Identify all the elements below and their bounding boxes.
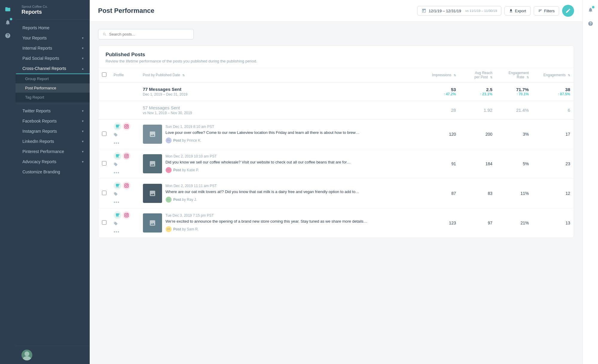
post3-author: RJ Post by Ray J.	[166, 197, 418, 203]
post2-tag-btn[interactable]	[114, 162, 136, 168]
post3-date: Mon Dec 2, 2019 11:11 am PST	[166, 184, 418, 188]
export-label: Export	[515, 9, 526, 13]
search-input[interactable]	[109, 32, 189, 36]
sidebar: Sprout Coffee Co. Reports Reports Home Y…	[16, 0, 90, 364]
sidebar-item-pinterest[interactable]: Pinterest Performance ▾	[16, 146, 90, 157]
post1-check	[98, 120, 110, 149]
post2-checkbox[interactable]	[102, 161, 106, 166]
pinterest-label: Pinterest Performance	[22, 149, 64, 154]
post4-more-btn[interactable]: •••	[114, 229, 136, 235]
header-actions: 12/1/19 – 12/31/19 vs 11/1/19 – 11/30/19…	[417, 5, 574, 17]
sidebar-item-twitter-reports[interactable]: Twitter Reports ▾	[16, 106, 90, 116]
select-all-checkbox[interactable]	[102, 72, 106, 77]
impressions-sort-icon: ⇅	[454, 74, 456, 77]
rail-icon-help[interactable]	[2, 30, 13, 41]
post2-impressions: 91	[422, 149, 460, 179]
sidebar-item-facebook-reports[interactable]: Facebook Reports ▾	[16, 116, 90, 126]
compose-button[interactable]	[562, 5, 574, 17]
th-post[interactable]: Post by Published Date ⇅	[139, 68, 422, 82]
sidebar-item-cross-channel[interactable]: Cross-Channel Reports ▴	[16, 63, 90, 74]
summary2-label-col: 57 Messages Sent vs Nov 1, 2019 – Nov 30…	[139, 101, 422, 120]
linkedin-chevron: ▾	[82, 140, 84, 143]
post4-impressions: 123	[422, 208, 460, 238]
sidebar-sub-item-tag-report[interactable]: Tag Report	[16, 93, 90, 102]
table-row: ••• Mon Dec 2, 2019 11:11 am PST Where a…	[98, 179, 574, 208]
post1-checkbox[interactable]	[102, 131, 106, 136]
post1-author: PK Post by Prince K.	[166, 137, 418, 143]
post4-checkbox[interactable]	[102, 220, 106, 225]
post3-thumbnail	[143, 184, 162, 203]
summary-current-engagement-rate: 71.7% ↑70.1%	[496, 82, 533, 101]
sidebar-item-linkedin-reports[interactable]: LinkedIn Reports ▾	[16, 136, 90, 146]
th-avg-reach[interactable]: Avg Reachper Post ⇅	[460, 68, 496, 82]
post1-tag-btn[interactable]	[114, 133, 136, 138]
search-icon	[103, 32, 107, 36]
post2-body: Did you know we sell our coffee wholesal…	[166, 160, 418, 165]
post1-content: Sun Dec 1, 2019 8:10 am PST Love pour ov…	[139, 120, 422, 149]
summary-prev-avg-reach: 1.92	[460, 101, 496, 120]
summary-current-impressions: 53 ↑47.2%	[422, 82, 460, 101]
sidebar-sub-item-post-performance[interactable]: Post Performance	[16, 83, 90, 93]
th-engagement-rate[interactable]: EngagementRate ⇅	[496, 68, 533, 82]
advocacy-label: Advocacy Reports	[22, 159, 57, 164]
engagements-sort-icon: ⇅	[568, 74, 570, 77]
filters-button[interactable]: Filters	[534, 6, 559, 16]
posts-table: Profile Post by Published Date ⇅ Impress…	[98, 68, 574, 238]
post4-tag-btn[interactable]	[114, 221, 136, 227]
post3-content: Mon Dec 2, 2019 11:11 am PST Where are o…	[139, 179, 422, 208]
search-bar-wrapper	[98, 29, 574, 39]
sidebar-item-your-reports[interactable]: Your Reports ▾	[16, 33, 90, 43]
published-posts-card: Published Posts Review the lifetime perf…	[98, 45, 574, 238]
avatar-row	[22, 350, 84, 360]
user-avatar[interactable]	[22, 350, 32, 360]
summary-prev-period: vs Nov 1, 2019 – Nov 30, 2019	[143, 111, 418, 115]
post3-tag-btn[interactable]	[114, 192, 136, 197]
th-profile[interactable]: Profile	[110, 68, 139, 82]
paid-social-label: Paid Social Reports	[22, 56, 59, 61]
post4-coffee-icon	[114, 211, 121, 219]
summary-prev-label: 57 Messages Sent	[143, 105, 418, 110]
post2-engagement-rate: 5%	[496, 149, 533, 179]
sidebar-item-advocacy[interactable]: Advocacy Reports ▾	[16, 157, 90, 167]
compose-icon	[565, 8, 571, 13]
post3-checkbox[interactable]	[102, 191, 106, 195]
sidebar-item-instagram-reports[interactable]: Instagram Reports ▾	[16, 126, 90, 136]
right-rail-notifications[interactable]	[585, 4, 596, 16]
rail-icon-bell[interactable]	[2, 17, 13, 28]
th-engagements[interactable]: Engagements ⇅	[533, 68, 574, 82]
card-header: Published Posts Review the lifetime perf…	[98, 46, 574, 68]
post2-more-btn[interactable]: •••	[114, 170, 136, 175]
post3-check	[98, 179, 110, 208]
paid-social-chevron: ▾	[82, 56, 84, 60]
internal-reports-label: Internal Reports	[22, 46, 52, 51]
sidebar-sub-item-group-report[interactable]: Group Report	[16, 74, 90, 83]
right-rail-help[interactable]	[585, 18, 596, 29]
post4-date: Tue Dec 3, 2019 7:15 pm PST	[166, 213, 418, 218]
avg-reach-sort-icon: ⇅	[490, 76, 492, 79]
company-name: Sprout Coffee Co.	[22, 5, 84, 8]
summary-prev-engagements: 6	[533, 101, 574, 120]
export-icon	[509, 9, 513, 13]
post2-date: Mon Dec 2, 2019 10:10 am PST	[166, 154, 418, 158]
export-button[interactable]: Export	[504, 6, 531, 16]
post2-author-avatar: KP	[166, 167, 172, 173]
sidebar-item-customize-branding[interactable]: Customize Branding	[16, 167, 90, 177]
post3-body: Where are our oat milk lovers at!? Did y…	[166, 189, 418, 195]
facebook-chevron: ▾	[82, 119, 84, 123]
sidebar-item-paid-social[interactable]: Paid Social Reports ▾	[16, 53, 90, 63]
th-impressions[interactable]: Impressions ⇅	[422, 68, 460, 82]
post3-engagements: 12	[533, 179, 574, 208]
sidebar-item-reports-home[interactable]: Reports Home	[16, 23, 90, 33]
summary-current-period: Dec 1, 2019 – Dec 31, 2019	[143, 92, 418, 97]
post3-more-btn[interactable]: •••	[114, 200, 136, 205]
post3-insta-icon	[123, 182, 130, 189]
filters-label: Filters	[544, 9, 555, 13]
date-range-button[interactable]: 12/1/19 – 12/31/19 vs 11/1/19 – 11/30/19	[417, 6, 501, 16]
post4-profile: •••	[110, 208, 139, 238]
instagram-chevron: ▾	[82, 129, 84, 133]
rail-icon-folder[interactable]	[2, 4, 13, 15]
post1-more-btn[interactable]: •••	[114, 140, 136, 146]
post1-thumbnail	[143, 125, 162, 144]
sidebar-item-internal-reports[interactable]: Internal Reports ▾	[16, 43, 90, 53]
right-rail	[582, 0, 598, 364]
